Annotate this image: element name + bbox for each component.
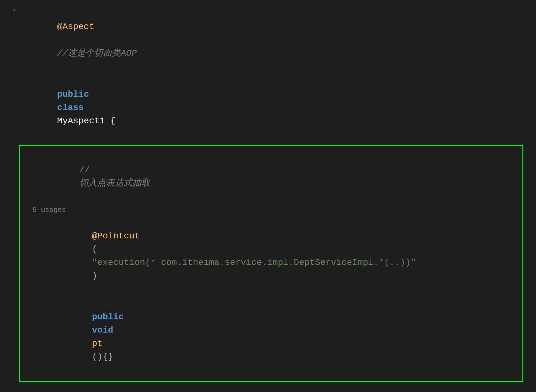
blank-line-1 (0, 385, 536, 392)
annotation-aspect: @Aspect (57, 22, 94, 32)
line-content-aspect: @Aspect //这是个切面类AOP (19, 7, 536, 73)
line-usages: 5 usages (26, 204, 516, 216)
comment-cn-pointcut: 切入点表达式抽取 (79, 178, 150, 188)
line-aspect: ▽ @Aspect //这是个切面类AOP (0, 6, 536, 74)
spaces-1 (57, 35, 110, 45)
comment-aop: //这是个切面类AOP (57, 48, 137, 58)
kw-void-2: void (92, 325, 119, 335)
pointcut-highlight-block: // 切入点表达式抽取 5 usages @Pointcut ( "execut… (19, 145, 523, 382)
line-class-decl: public class MyAspect1 { (0, 74, 536, 142)
fold-icon-1[interactable]: ▽ (13, 7, 16, 13)
usages-label: 5 usages (33, 206, 66, 214)
line-comment-pointcut: // 切入点表达式抽取 (26, 150, 516, 204)
kw-public-2: public (92, 312, 129, 322)
method-pt: pt (92, 339, 103, 348)
line-content-class: public class MyAspect1 { (19, 75, 536, 141)
content-pointcut-annotation: @Pointcut ( "execution(* com.itheima.ser… (26, 216, 516, 296)
pt-braces: (){} (92, 352, 113, 362)
comment-slash: // (79, 165, 122, 175)
line-pointcut-annotation: @Pointcut ( "execution(* com.itheima.ser… (26, 216, 516, 297)
kw-class: class (57, 103, 89, 113)
annotation-pointcut: @Pointcut (92, 231, 140, 241)
content-pt-method: public void pt (){} (26, 297, 516, 377)
gutter-fold-1[interactable]: ▽ (0, 7, 19, 13)
kw-public: public (57, 89, 94, 99)
paren-open: ( (92, 244, 97, 254)
content-comment-pointcut: // 切入点表达式抽取 (26, 150, 516, 203)
line-pt-method: public void pt (){} (26, 297, 516, 377)
string-pointcut: "execution(* com.itheima.service.impl.De… (92, 258, 416, 267)
code-editor: ▽ @Aspect //这是个切面类AOP public class MyAsp… (0, 0, 536, 392)
paren-close: ) (92, 271, 97, 281)
class-name: MyAspect1 { (57, 116, 116, 126)
